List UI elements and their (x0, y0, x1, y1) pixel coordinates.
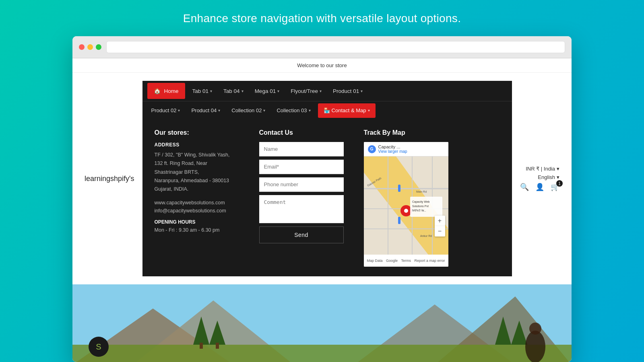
svg-text:Main Rd: Main Rd (416, 190, 427, 193)
minimize-button[interactable] (87, 44, 93, 50)
maximize-button[interactable] (96, 44, 101, 50)
mega-dropdown: Our stores: ADDRESS TF / 302, "B" Wing, … (142, 119, 512, 276)
page-headline: Enhance store navigation with versatile … (183, 12, 461, 25)
cart-count-badge: 1 (556, 180, 563, 187)
map-section: Track By Map G Capacity ... View larger … (364, 129, 448, 267)
background-scene: S (72, 284, 572, 362)
comment-input[interactable] (259, 195, 344, 223)
send-button[interactable]: Send (259, 226, 344, 243)
sub-contact-label: Contact & Map (332, 107, 366, 113)
nav-item-flyout[interactable]: Flyout/Tree ▾ (285, 81, 327, 101)
site-header: learningshpify's 🏠 Home Tab 01 ▾ Tab 04 (72, 73, 572, 284)
contact-title: Contact Us (259, 129, 348, 136)
google-maps-logo: G (368, 145, 376, 153)
svg-text:Capacity Web: Capacity Web (412, 200, 430, 204)
opening-hours-label: OPENING HOURS (155, 219, 243, 225)
chevron-down-icon: ▾ (361, 89, 363, 93)
browser-window: Welcome to our store learningshpify's 🏠 … (72, 36, 572, 362)
announcement-text: Welcome to our store (297, 62, 347, 68)
name-input[interactable] (259, 142, 344, 156)
sub-product02-label: Product 02 (151, 107, 177, 113)
language-text: English (538, 174, 555, 180)
store-icon: 🏪 (324, 107, 330, 113)
stores-title: Our stores: (155, 129, 243, 136)
cart-icon[interactable]: 🛒1 (551, 183, 559, 191)
google-logo-text: Google (386, 259, 398, 263)
website-link[interactable]: www.capacitywebsolutions.com (155, 200, 243, 206)
sub-nav-product02[interactable]: Product 02 ▾ (146, 101, 186, 120)
map-zoom-controls: + − (435, 216, 445, 237)
chevron-down-icon: ▾ (210, 89, 212, 93)
map-footer-report: Report a map error (414, 259, 445, 263)
contact-section: Contact Us Send (259, 129, 348, 267)
sub-collection03-label: Collection 03 (277, 107, 307, 113)
nav-item-tab04[interactable]: Tab 04 ▾ (218, 81, 249, 101)
view-larger-map-link[interactable]: View larger map (378, 149, 407, 154)
scene-svg (72, 284, 572, 362)
svg-text:Solutions Pvt: Solutions Pvt (412, 205, 429, 208)
search-icon[interactable]: 🔍 (520, 183, 529, 191)
map-title: Track By Map (364, 129, 448, 136)
nav-item-home[interactable]: 🏠 Home (147, 83, 185, 99)
svg-rect-27 (200, 343, 203, 349)
svg-rect-24 (72, 345, 572, 362)
header-icons: 🔍 👤 🛒1 (520, 183, 559, 191)
phone-input[interactable] (259, 177, 344, 192)
sub-collection02-label: Collection 02 (231, 107, 262, 113)
email-input[interactable] (259, 160, 344, 174)
chevron-down-icon: ▾ (263, 108, 265, 113)
announcement-bar: Welcome to our store (72, 58, 572, 73)
address-label: ADDRESS (155, 142, 243, 148)
close-button[interactable] (79, 44, 85, 50)
address-text: TF / 302, "B" Wing, Shivalik Yash, 132 f… (155, 151, 243, 193)
nav-tab01-label: Tab 01 (192, 88, 209, 94)
stores-section: Our stores: ADDRESS TF / 302, "B" Wing, … (155, 129, 243, 267)
shopify-logo-letter: S (96, 342, 101, 352)
nav-item-mega01[interactable]: Mega 01 ▾ (249, 81, 285, 101)
nav-item-tab01[interactable]: Tab 01 ▾ (187, 81, 218, 101)
nav-product01-label: Product 01 (333, 88, 359, 94)
map-container[interactable]: G Capacity ... View larger map (364, 142, 448, 267)
currency-text: INR ₹ | India (526, 166, 555, 172)
sub-nav-collection03[interactable]: Collection 03 ▾ (271, 101, 316, 120)
nav-mega01-label: Mega 01 (255, 88, 276, 94)
currency-selector[interactable]: INR ₹ | India ▾ (526, 166, 559, 172)
account-icon[interactable]: 👤 (535, 183, 544, 191)
email-link[interactable]: info@capacitywebsolutions.com (155, 208, 243, 214)
chevron-down-icon: ▾ (277, 89, 279, 93)
chevron-down-icon: ▾ (242, 89, 244, 93)
sub-product04-label: Product 04 (191, 107, 217, 113)
sub-nav-contact-map[interactable]: 🏪 Contact & Map ▾ (318, 103, 376, 118)
svg-rect-28 (216, 343, 219, 349)
svg-rect-9 (398, 217, 400, 224)
chevron-down-icon: ▾ (557, 174, 559, 180)
language-selector[interactable]: English ▾ (538, 174, 559, 180)
shopify-icon[interactable]: S (89, 337, 109, 357)
map-business-name: Capacity ... (378, 144, 407, 149)
chevron-down-icon: ▾ (218, 108, 220, 113)
main-nav: 🏠 Home Tab 01 ▾ Tab 04 ▾ Mega 01 ▾ (142, 81, 512, 101)
chevron-down-icon: ▾ (178, 108, 180, 113)
map-footer: Map Data Google Terms Report a map error (364, 255, 448, 267)
map-footer-data: Map Data (367, 259, 383, 263)
site-logo: learningshpify's (85, 175, 134, 183)
sub-nav-collection02[interactable]: Collection 02 ▾ (226, 101, 271, 120)
nav-home-label: Home (164, 88, 179, 94)
home-icon: 🏠 (154, 88, 161, 94)
address-bar[interactable] (106, 41, 565, 53)
map-svg: Capacity Web Solutions Pvt कैपेसिटी वेब.… (364, 156, 448, 255)
zoom-in-button[interactable]: + (435, 216, 445, 226)
website-content: Welcome to our store learningshpify's 🏠 … (72, 58, 572, 362)
opening-hours-text: Mon - Fri : 9.30 am - 6.30 pm (155, 227, 243, 233)
zoom-out-button[interactable]: − (435, 226, 445, 237)
map-header-bar: G Capacity ... View larger map (364, 142, 448, 156)
svg-text:Ankur Rd: Ankur Rd (420, 234, 432, 237)
sub-nav: Product 02 ▾ Product 04 ▾ Collection 02 … (142, 101, 512, 119)
svg-point-31 (525, 331, 545, 362)
chevron-down-icon: ▾ (557, 166, 559, 172)
nav-item-product01[interactable]: Product 01 ▾ (327, 81, 368, 101)
nav-tab04-label: Tab 04 (223, 88, 240, 94)
sub-nav-product04[interactable]: Product 04 ▾ (186, 101, 226, 120)
browser-traffic-lights (79, 44, 101, 50)
nav-area: 🏠 Home Tab 01 ▾ Tab 04 ▾ Mega 01 ▾ (142, 81, 512, 276)
